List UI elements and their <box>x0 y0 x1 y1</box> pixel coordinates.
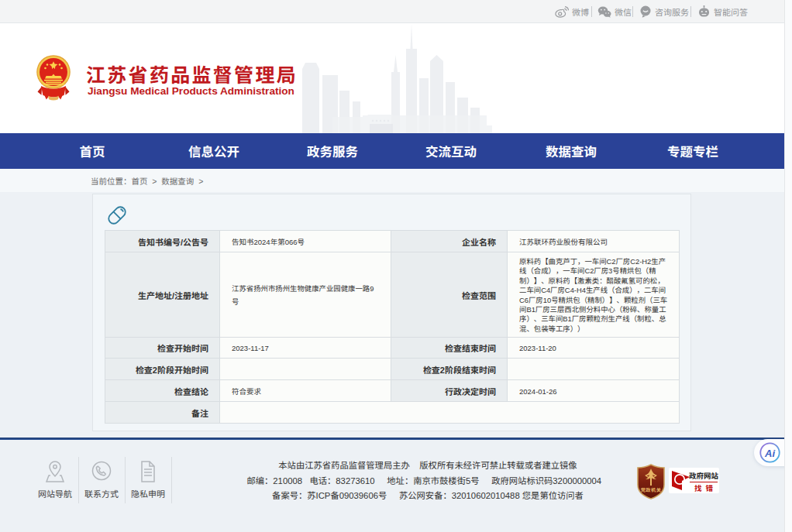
svg-text:党政机关: 党政机关 <box>641 486 662 493</box>
svg-text:Ai: Ai <box>764 448 775 459</box>
